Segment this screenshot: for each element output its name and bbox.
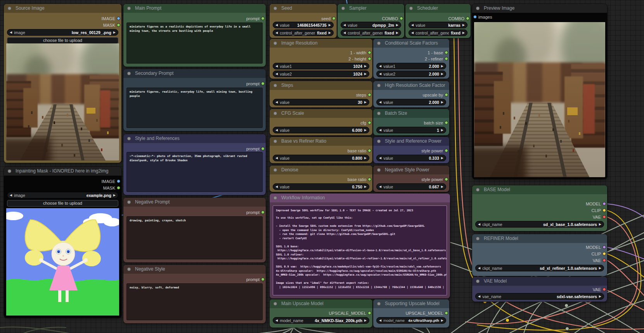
slot-dot-prompt[interactable]	[261, 147, 265, 150]
node-title-bar[interactable]: Negative Style Power	[373, 166, 449, 174]
node-title-bar[interactable]: Sampler	[338, 4, 404, 13]
node-secondary-prompt[interactable]: Secondary Prompt prompt miniature figure…	[123, 69, 266, 131]
arrow-left-icon[interactable]: ◀	[343, 31, 346, 35]
collapse-dot-icon[interactable]	[274, 196, 277, 200]
arrow-left-icon[interactable]: ◀	[411, 23, 414, 27]
node-title-bar[interactable]: BASE Model	[472, 185, 607, 194]
value-widget[interactable]: ◀value30▶	[273, 99, 369, 105]
slot-dot-prompt[interactable]	[261, 82, 265, 85]
arrow-right-icon[interactable]: ▶	[329, 23, 331, 27]
node-title-bar[interactable]: Seed	[270, 4, 337, 13]
node-negative-prompt[interactable]: Negative Prompt prompt drawing, painting…	[123, 198, 266, 262]
node-preview-image[interactable]: Preview Image images	[472, 4, 607, 179]
collapse-dot-icon[interactable]	[476, 280, 480, 283]
node-title-bar[interactable]: Main Upscale Model	[270, 299, 372, 308]
arrow-right-icon[interactable]: ▶	[113, 31, 116, 34]
node-title-bar[interactable]: Style and Reference Power	[373, 137, 449, 146]
slot-dot[interactable]	[445, 51, 448, 54]
slot-dot-vae[interactable]	[602, 259, 606, 262]
node-refiner-model[interactable]: REFINER Model MODEL CLIP VAE ◀ckpt_names…	[472, 234, 607, 276]
slot-dot-vae[interactable]	[602, 215, 606, 219]
arrow-left-icon[interactable]: ◀	[478, 295, 480, 298]
arrow-right-icon[interactable]: ▶	[329, 31, 331, 35]
control-after-generate-widget[interactable]: ◀control_after_generatefixed▶	[273, 29, 334, 36]
value-widget[interactable]: ◀value0.333▶	[376, 155, 446, 161]
collapse-dot-icon[interactable]	[127, 137, 131, 140]
slot-dot-combo[interactable]	[400, 17, 403, 20]
collapse-dot-icon[interactable]	[127, 200, 131, 204]
control-after-generate-widget[interactable]: ◀control_after_generatefixed▶	[409, 29, 467, 36]
slot-dot[interactable]	[445, 178, 448, 181]
node-cfg-scale[interactable]: CFG Scale cfg ◀value6.000▶	[270, 109, 372, 135]
value1-widget[interactable]: ◀value11024▶	[273, 63, 369, 69]
ckpt-name-widget[interactable]: ◀ckpt_namesd_xl_refiner_1.0.safetensors▶	[475, 265, 604, 271]
node-sampler[interactable]: Sampler COMBO ◀valuedpmpp_2m▶ ◀control_a…	[338, 4, 404, 38]
arrow-right-icon[interactable]: ▶	[364, 72, 367, 76]
slot-dot-seed[interactable]	[332, 17, 336, 20]
ckpt-name-widget[interactable]: ◀ckpt_namesd_xl_base_1.0.safetensors▶	[475, 221, 604, 228]
arrow-left-icon[interactable]: ◀	[275, 64, 278, 68]
node-main-upscale-model[interactable]: Main Upscale Model UPSCALE_MODEL ◀model_…	[270, 299, 372, 328]
slot-dot-mask[interactable]	[117, 186, 120, 190]
sampler-value-widget[interactable]: ◀valuedpmpp_2m▶	[341, 22, 401, 28]
slot-dot[interactable]	[368, 311, 371, 315]
node-title-bar[interactable]: REFINER Model	[472, 234, 607, 243]
value2-widget[interactable]: ◀value22.000▶	[376, 71, 446, 77]
value-widget[interactable]: ◀value1▶	[376, 127, 446, 133]
node-main-prompt[interactable]: Main Prompt prompt miniature figures as …	[123, 4, 266, 67]
arrow-right-icon[interactable]: ▶	[441, 100, 443, 104]
slot-dot-clip[interactable]	[602, 209, 606, 212]
value2-widget[interactable]: ◀value21024▶	[273, 71, 369, 77]
collapse-dot-icon[interactable]	[476, 188, 480, 192]
node-title-bar[interactable]: Style and References	[123, 134, 266, 143]
node-base-refiner-ratio[interactable]: Base vs Refiner Ratio base ratio ◀value0…	[270, 137, 372, 163]
collapse-dot-icon[interactable]	[274, 140, 277, 143]
collapse-dot-icon[interactable]	[127, 267, 131, 271]
node-title-bar[interactable]: Base vs Refiner Ratio	[270, 137, 372, 146]
collapse-dot-icon[interactable]	[274, 7, 277, 10]
collapse-dot-icon[interactable]	[8, 7, 11, 10]
slot-dot-prompt[interactable]	[261, 17, 265, 20]
node-vae-model[interactable]: VAE Model VAE ◀vae_namesdxl-vae.safetens…	[472, 277, 607, 302]
choose-file-button[interactable]: choose file to upload	[7, 37, 118, 44]
slot-dot-mask[interactable]	[117, 23, 120, 27]
node-title-bar[interactable]: High Resolution Scale Factor	[373, 81, 449, 90]
collapse-dot-icon[interactable]	[274, 112, 277, 115]
arrow-right-icon[interactable]: ▶	[462, 31, 465, 35]
workflow-info-textbox[interactable]: Improved Searge SDXL workflow for SDXL 1…	[273, 205, 447, 295]
arrow-left-icon[interactable]: ◀	[478, 266, 480, 270]
prompt-textarea[interactable]: noisy, blurry, soft, deformed	[126, 283, 263, 320]
slot-dot-image[interactable]	[117, 179, 120, 183]
node-workflow-information[interactable]: Workflow Information Improved Searge SDX…	[270, 193, 450, 298]
slot-dot-model[interactable]	[602, 202, 606, 205]
collapse-dot-icon[interactable]	[274, 41, 277, 45]
control-after-generate-widget[interactable]: ◀control_after_generatefixed▶	[341, 29, 401, 36]
arrow-left-icon[interactable]: ◀	[275, 23, 278, 27]
value1-widget[interactable]: ◀value12.000▶	[376, 63, 446, 69]
slot-dot[interactable]	[445, 57, 448, 60]
arrow-right-icon[interactable]: ▶	[364, 319, 367, 322]
model-name-widget[interactable]: ◀model_name4x-UltraSharp.pth▶	[376, 317, 446, 324]
collapse-dot-icon[interactable]	[377, 168, 381, 172]
node-style-reference-power[interactable]: Style and Reference Power style power ◀v…	[373, 137, 449, 163]
node-negative-style[interactable]: Negative Style prompt noisy, blurry, sof…	[123, 265, 266, 323]
node-image-resolution[interactable]: Image Resolution 1 - width 2 - height ◀v…	[270, 39, 372, 79]
slot-dot[interactable]	[445, 311, 448, 315]
collapse-dot-icon[interactable]	[274, 168, 277, 172]
slot-dot[interactable]	[368, 51, 371, 54]
collapse-dot-icon[interactable]	[377, 41, 381, 45]
arrow-left-icon[interactable]: ◀	[10, 31, 12, 34]
arrow-right-icon[interactable]: ▶	[396, 23, 398, 27]
node-title-bar[interactable]: Batch Size	[373, 109, 449, 118]
node-base-model[interactable]: BASE Model MODEL CLIP VAE ◀ckpt_namesd_x…	[472, 185, 607, 231]
prompt-textarea[interactable]: drawing, painting, crayon, sketch	[126, 216, 263, 259]
arrow-left-icon[interactable]: ◀	[379, 64, 381, 68]
slot-dot[interactable]	[368, 57, 371, 60]
node-title-bar[interactable]: Secondary Prompt	[123, 69, 266, 78]
arrow-right-icon[interactable]: ▶	[599, 295, 601, 298]
arrow-right-icon[interactable]: ▶	[364, 64, 367, 68]
arrow-left-icon[interactable]: ◀	[275, 100, 278, 104]
slot-dot[interactable]	[368, 149, 371, 152]
node-title-bar[interactable]: Workflow Information	[270, 193, 450, 202]
node-scheduler[interactable]: Scheduler COMBO ◀valuekarras▶ ◀control_a…	[405, 4, 471, 38]
